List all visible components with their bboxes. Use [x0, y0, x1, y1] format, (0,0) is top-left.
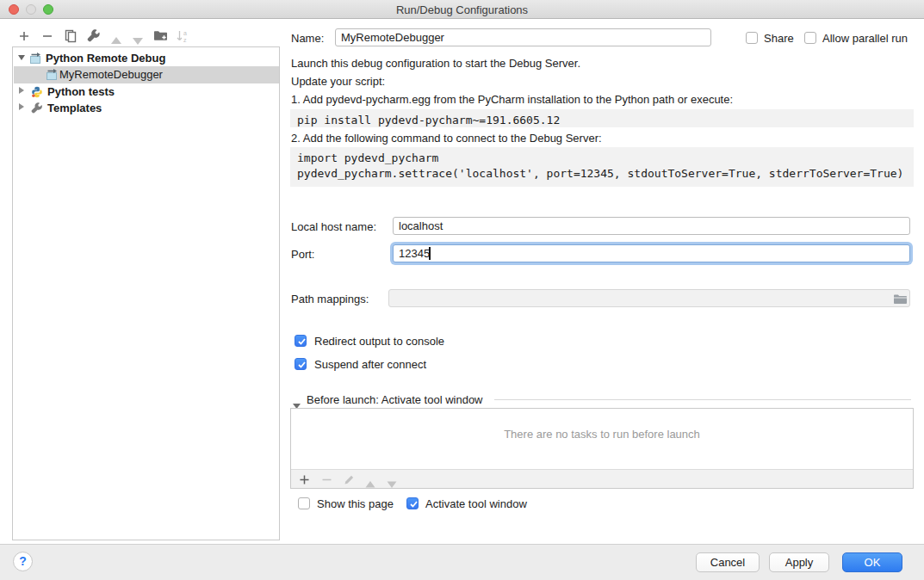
- tree-item-templates[interactable]: Templates: [14, 100, 279, 117]
- tree-item-myremotedebugger[interactable]: MyRemoteDebugger: [14, 66, 279, 83]
- intro-text: Launch this debug configuration to start…: [291, 57, 580, 70]
- update-script-text: Update your script:: [291, 75, 385, 88]
- tree-item-label: Python Remote Debug: [46, 50, 165, 67]
- move-down-icon: [132, 33, 146, 46]
- help-button[interactable]: ?: [13, 552, 33, 571]
- empty-tasks-message: There are no tasks to run before launch: [291, 428, 913, 441]
- chevron-right-icon[interactable]: [19, 103, 24, 110]
- port-label: Port:: [291, 248, 314, 261]
- allow-parallel-run-label: Allow parallel run: [822, 32, 908, 45]
- code-pip-install: pip install pydevd-pycharm~=191.6605.12: [297, 114, 560, 126]
- copy-icon[interactable]: [64, 29, 78, 43]
- remove-icon: [321, 473, 332, 489]
- activate-tool-window-label: Activate tool window: [425, 497, 527, 510]
- remote-debug-config-icon: [29, 52, 41, 65]
- tree-item-label: Templates: [47, 100, 102, 117]
- task-toolbar: [291, 469, 913, 488]
- show-this-page-checkbox[interactable]: [298, 497, 310, 509]
- folder-icon[interactable]: [893, 293, 907, 308]
- wrench-icon: [31, 102, 43, 114]
- show-this-page-label: Show this page: [317, 497, 394, 510]
- tree-item-python-remote-debug[interactable]: Python Remote Debug: [14, 50, 279, 67]
- local-host-input[interactable]: [393, 217, 910, 235]
- chevron-right-icon[interactable]: [19, 87, 24, 94]
- local-host-label: Local host name:: [291, 220, 376, 233]
- wrench-icon[interactable]: [87, 29, 101, 43]
- code-block-settrace: import pydevd_pycharm pydevd_pycharm.set…: [290, 147, 914, 187]
- python-icon: [31, 86, 43, 98]
- move-down-icon: [387, 476, 397, 491]
- suspend-after-connect-checkbox[interactable]: [295, 358, 307, 370]
- allow-parallel-run-checkbox[interactable]: [804, 32, 816, 44]
- step1-text: 1. Add pydevd-pycharm.egg from the PyCha…: [291, 93, 733, 106]
- before-launch-task-list: There are no tasks to run before launch: [290, 408, 914, 489]
- redirect-output-checkbox[interactable]: [295, 335, 307, 347]
- apply-button[interactable]: Apply: [769, 552, 829, 572]
- suspend-after-connect-label: Suspend after connect: [314, 358, 426, 371]
- remove-icon[interactable]: [40, 29, 54, 43]
- svg-text:a: a: [183, 30, 187, 36]
- move-up-icon: [110, 33, 124, 46]
- code-block-pip-install: pip install pydevd-pycharm~=191.6605.12: [290, 109, 914, 127]
- new-folder-icon[interactable]: [153, 29, 167, 43]
- redirect-output-label: Redirect output to console: [314, 335, 444, 348]
- title-bar: Run/Debug Configurations: [0, 0, 924, 19]
- name-input[interactable]: [335, 28, 711, 46]
- share-checkbox[interactable]: [746, 32, 758, 44]
- before-launch-header: Before launch: Activate tool window: [307, 393, 483, 406]
- chevron-down-icon[interactable]: [18, 55, 25, 60]
- add-icon[interactable]: [299, 473, 310, 489]
- sort-alpha-icon: az: [176, 29, 189, 43]
- name-label: Name:: [291, 32, 324, 45]
- text-caret: [429, 247, 431, 260]
- path-mappings-label: Path mappings:: [291, 293, 369, 305]
- tree-item-label: Python tests: [47, 83, 115, 101]
- run-debug-configurations-dialog: Run/Debug Configurations az Python Remot…: [0, 0, 924, 580]
- window-title: Run/Debug Configurations: [0, 3, 924, 16]
- share-label: Share: [764, 32, 794, 45]
- tree-item-label: MyRemoteDebugger: [59, 66, 163, 83]
- svg-text:z: z: [183, 37, 187, 43]
- edit-icon: [344, 473, 355, 489]
- path-mappings-input[interactable]: [388, 289, 910, 307]
- section-divider: [494, 399, 911, 400]
- dialog-footer: ? Cancel Apply OK: [0, 544, 924, 580]
- remote-debug-config-icon: [46, 69, 58, 81]
- tree-item-python-tests[interactable]: Python tests: [14, 83, 279, 101]
- code-settrace-line: pydevd_pycharm.settrace('localhost', por…: [297, 166, 907, 182]
- cancel-button[interactable]: Cancel: [696, 552, 760, 572]
- port-input[interactable]: [393, 244, 910, 262]
- step2-text: 2. Add the following command to connect …: [291, 132, 602, 145]
- configurations-tree: Python Remote Debug MyRemoteDebugger Pyt…: [12, 46, 280, 540]
- activate-tool-window-checkbox[interactable]: [406, 497, 419, 509]
- ok-button[interactable]: OK: [842, 552, 902, 572]
- code-import-line: import pydevd_pycharm: [297, 151, 907, 166]
- move-up-icon: [365, 476, 375, 491]
- add-icon[interactable]: [17, 29, 31, 43]
